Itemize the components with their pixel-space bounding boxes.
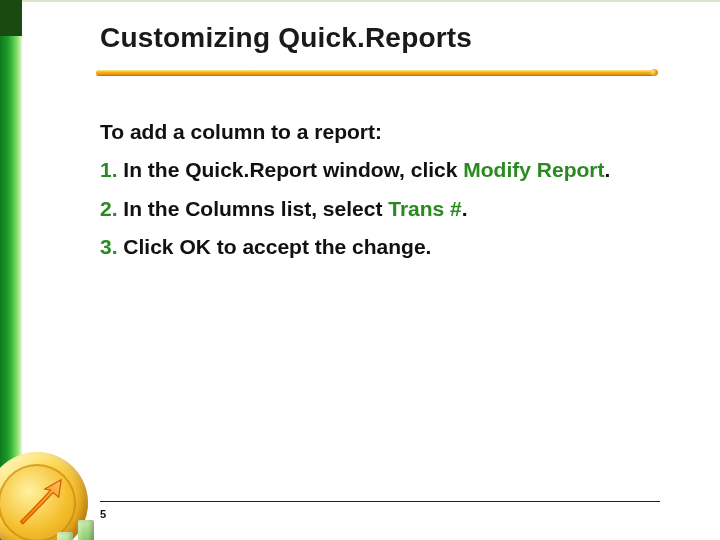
step-1: 1. In the Quick.Report window, click Mod… — [100, 156, 660, 184]
step-text-post: . — [462, 197, 468, 220]
bar-chart-icon — [36, 512, 106, 540]
step-number: 2. — [100, 197, 118, 220]
step-text-post: . — [604, 158, 610, 181]
step-3: 3. Click OK to accept the change. — [100, 233, 660, 261]
bar-2 — [57, 532, 73, 540]
corner-logo — [0, 436, 104, 540]
step-number: 1. — [100, 158, 118, 181]
slide-body: To add a column to a report: 1. In the Q… — [100, 118, 660, 271]
slide-title: Customizing Quick.Reports — [100, 22, 472, 54]
top-accent-line — [0, 0, 720, 2]
lead-text: To add a column to a report: — [100, 118, 660, 146]
step-2: 2. In the Columns list, select Trans #. — [100, 195, 660, 223]
slide: Customizing Quick.Reports To add a colum… — [0, 0, 720, 540]
left-strip-dark-cap — [0, 0, 22, 36]
step-text: In the Columns list, select — [123, 197, 388, 220]
bar-3 — [78, 520, 94, 540]
footer-rule — [100, 501, 660, 502]
title-underline — [96, 70, 656, 75]
step-text: Click OK to accept the change. — [123, 235, 431, 258]
step-highlight: Trans # — [388, 197, 462, 220]
step-text: In the Quick.Report window, click — [123, 158, 463, 181]
step-highlight: Modify Report — [463, 158, 604, 181]
step-number: 3. — [100, 235, 118, 258]
